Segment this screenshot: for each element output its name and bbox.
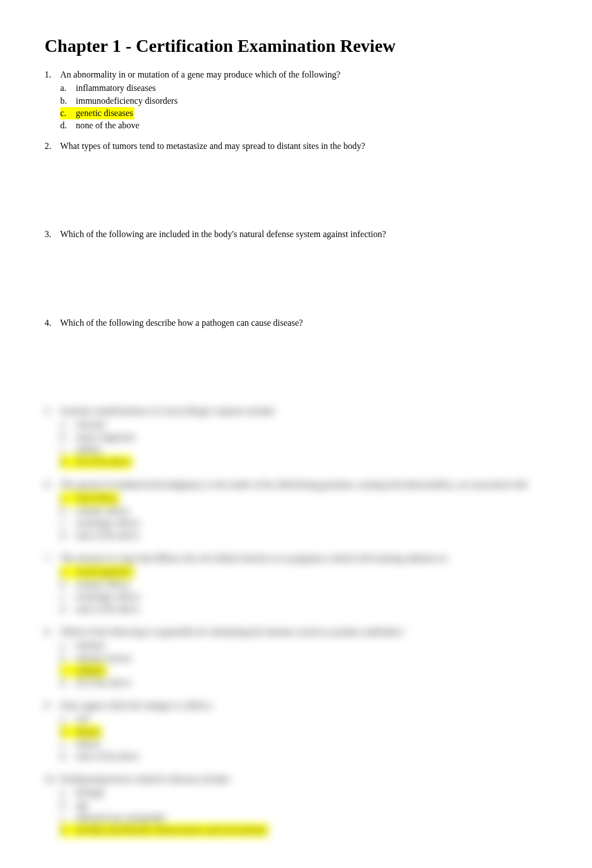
option-text: asthma bbox=[76, 445, 101, 454]
option-list: biologicageethnicity/race and genderhere… bbox=[60, 787, 547, 837]
page-title: Chapter 1 - Certification Examination Re… bbox=[45, 33, 547, 59]
option-text: inflammatory diseases bbox=[76, 83, 156, 93]
question-text: Predisposing factors related to diseases… bbox=[60, 773, 547, 785]
option-item: teratol (genetic) bbox=[60, 566, 547, 578]
option-text: immune bbox=[76, 640, 105, 650]
option-list: celllipomatumorsnone of the above bbox=[60, 713, 547, 763]
option-item: inflammatory diseases bbox=[60, 82, 547, 94]
option-item: biologic bbox=[60, 787, 547, 799]
option-text: immunodeficiency disorders bbox=[76, 96, 178, 105]
highlighted-answer: heredity and lifestyle characteristics a… bbox=[60, 824, 268, 836]
question-text: The amount of a type that diffuses the r… bbox=[60, 552, 547, 565]
option-text: none of the above bbox=[76, 604, 139, 614]
option-item: none of the above bbox=[60, 603, 547, 615]
option-item: ethnicity/race and gender bbox=[60, 812, 547, 824]
option-text: antigens bbox=[76, 666, 105, 675]
option-text: teratologic effects bbox=[76, 592, 140, 601]
highlighted-answer: fetal effects bbox=[60, 492, 119, 504]
question-text: Fatty organs which the changes is called… bbox=[60, 700, 547, 712]
document-page: Chapter 1 - Certification Examination Re… bbox=[45, 33, 547, 837]
answer-space bbox=[60, 330, 547, 397]
question-text: An abnormality in or mutation of a gene … bbox=[60, 69, 547, 81]
option-text: heredity and lifestyle characteristics a… bbox=[76, 825, 267, 835]
option-item: cell bbox=[60, 713, 547, 725]
option-item: immune factors bbox=[60, 652, 547, 664]
highlighted-answer: all of the above bbox=[60, 456, 132, 468]
question-item: Fatty organs which the changes is called… bbox=[45, 700, 547, 763]
question-item: Systemic manifestations of a local aller… bbox=[45, 405, 547, 469]
blurred-question-list: Systemic manifestations of a local aller… bbox=[45, 405, 547, 837]
option-item: none of the above bbox=[60, 529, 547, 542]
option-item: none of the above bbox=[60, 750, 547, 763]
question-item: The amount of a type that diffuses the r… bbox=[45, 552, 547, 616]
option-item: all of the above bbox=[60, 456, 547, 468]
option-text: all of the above bbox=[76, 457, 131, 466]
question-item: Predisposing factors related to diseases… bbox=[45, 773, 547, 837]
option-text: teratol (genetic) bbox=[76, 567, 133, 576]
option-text: nasal congestion bbox=[76, 432, 135, 442]
option-text: teratologic effects bbox=[76, 518, 140, 528]
question-item: The spread of irradiated and malignancy … bbox=[45, 479, 547, 542]
option-text: cell bbox=[76, 714, 89, 724]
option-text: ethnicity/race and gender bbox=[76, 813, 166, 822]
question-text: Which of the following are included in t… bbox=[60, 228, 547, 240]
option-text: none of the above bbox=[76, 531, 139, 540]
option-text: age bbox=[76, 800, 88, 809]
option-item: somatic effects bbox=[60, 578, 547, 591]
option-item: none of the above bbox=[60, 119, 547, 132]
option-item: antigens bbox=[60, 664, 547, 677]
option-text: somatic effects bbox=[76, 580, 129, 589]
question-item: An abnormality in or mutation of a gene … bbox=[45, 69, 547, 132]
answer-space bbox=[60, 242, 547, 309]
option-text: none of the above bbox=[76, 120, 139, 130]
option-item: tumors bbox=[60, 738, 547, 750]
option-item: heredity and lifestyle characteristics a… bbox=[60, 824, 547, 836]
option-item: nasal congestion bbox=[60, 431, 547, 443]
question-text: What types of tumors tend to metastasize… bbox=[60, 140, 547, 152]
question-item: Which of the following is responsible fo… bbox=[45, 626, 547, 689]
option-text: genetic diseases bbox=[76, 108, 133, 118]
question-text: Which of the following is responsible fo… bbox=[60, 626, 547, 638]
question-item: Which of the following describe how a pa… bbox=[45, 317, 547, 397]
option-text: biologic bbox=[76, 788, 105, 797]
option-text: immune factors bbox=[76, 653, 132, 663]
option-list: inflammatory diseasesimmunodeficiency di… bbox=[60, 82, 547, 132]
option-item: immunodeficiency disorders bbox=[60, 95, 547, 107]
option-item: immune bbox=[60, 639, 547, 652]
question-item: What types of tumors tend to metastasize… bbox=[45, 140, 547, 220]
option-text: none of the above bbox=[76, 751, 139, 761]
option-item: all of the above bbox=[60, 677, 547, 689]
option-item: age bbox=[60, 799, 547, 811]
option-text: tumors bbox=[76, 739, 100, 749]
option-text: somatic effects bbox=[76, 506, 129, 515]
question-item: Which of the following are included in t… bbox=[45, 228, 547, 308]
highlighted-answer: lipoma bbox=[60, 726, 101, 738]
blurred-content: Systemic manifestations of a local aller… bbox=[45, 405, 547, 837]
option-item: teratologic effects bbox=[60, 591, 547, 603]
option-item: urticaria bbox=[60, 418, 547, 431]
question-list: An abnormality in or mutation of a gene … bbox=[45, 69, 547, 397]
option-list: teratol (genetic)somatic effectsteratolo… bbox=[60, 566, 547, 616]
option-item: asthma bbox=[60, 443, 547, 456]
option-list: fetal effectssomatic effectsteratologic … bbox=[60, 492, 547, 542]
question-text: Systemic manifestations of a local aller… bbox=[60, 405, 547, 417]
highlighted-answer: antigens bbox=[60, 664, 106, 677]
highlighted-answer: genetic diseases bbox=[60, 107, 134, 119]
option-item: teratologic effects bbox=[60, 517, 547, 529]
question-text: The spread of irradiated and malignancy … bbox=[60, 479, 547, 491]
option-text: urticaria bbox=[76, 419, 105, 429]
option-text: fetal effects bbox=[76, 493, 118, 503]
option-text: lipoma bbox=[76, 727, 100, 736]
option-item: lipoma bbox=[60, 726, 547, 738]
option-list: immuneimmune factorsantigensall of the a… bbox=[60, 639, 547, 689]
answer-space bbox=[60, 153, 547, 220]
option-item: somatic effects bbox=[60, 505, 547, 517]
highlighted-answer: teratol (genetic) bbox=[60, 566, 134, 578]
option-item: genetic diseases bbox=[60, 107, 547, 119]
option-list: urticarianasal congestionasthmaall of th… bbox=[60, 418, 547, 469]
option-text: all of the above bbox=[76, 678, 131, 687]
question-text: Which of the following describe how a pa… bbox=[60, 317, 547, 329]
option-item: fetal effects bbox=[60, 492, 547, 504]
